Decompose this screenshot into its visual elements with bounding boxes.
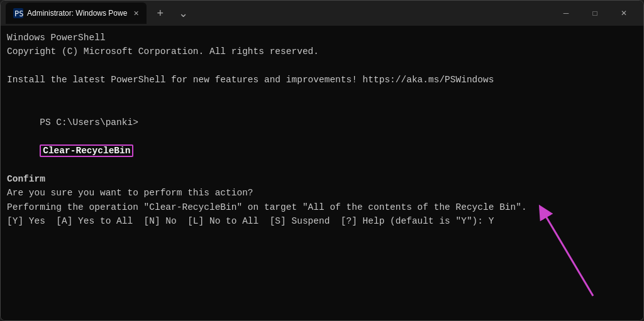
- terminal-command: Clear-RecycleBin: [40, 144, 133, 157]
- powershell-icon: PS: [13, 8, 23, 18]
- terminal-line-1: Windows PowerShell: [7, 31, 637, 45]
- terminal-confirm-question: Are you sure you want to perform this ac…: [7, 186, 637, 200]
- minimize-button[interactable]: ─: [552, 1, 580, 26]
- titlebar-left: PS Administrator: Windows Powe ✕ + ⌄: [6, 3, 552, 24]
- tab-dropdown-button[interactable]: ⌄: [174, 6, 193, 20]
- terminal-line-5: [7, 87, 637, 101]
- titlebar-controls: ─ □ ✕: [552, 1, 638, 26]
- tab-close-button[interactable]: ✕: [133, 9, 139, 18]
- terminal-confirm-header: Confirm: [7, 172, 637, 186]
- terminal-content[interactable]: Windows PowerShell Copyright (C) Microso…: [1, 26, 643, 320]
- terminal-line-4: Install the latest PowerShell for new fe…: [7, 73, 637, 87]
- terminal-confirm-detail: Performing the operation "Clear-RecycleB…: [7, 200, 637, 214]
- terminal-prompt: PS C:\Users\panki>: [40, 117, 138, 128]
- close-button[interactable]: ✕: [609, 1, 638, 26]
- tab-title: Administrator: Windows Powe: [27, 9, 127, 18]
- terminal-confirm-options: [Y] Yes [A] Yes to All [N] No [L] No to …: [7, 214, 637, 228]
- titlebar: PS Administrator: Windows Powe ✕ + ⌄ ─ □…: [1, 1, 643, 26]
- svg-text:PS: PS: [14, 9, 23, 18]
- window: PS Administrator: Windows Powe ✕ + ⌄ ─ □…: [0, 0, 644, 321]
- new-tab-button[interactable]: +: [152, 7, 169, 20]
- terminal-command-line: PS C:\Users\panki> Clear-RecycleBin: [7, 101, 637, 171]
- tab-powershell[interactable]: PS Administrator: Windows Powe ✕: [6, 3, 147, 24]
- maximize-button[interactable]: □: [580, 1, 609, 26]
- terminal-line-3: [7, 59, 637, 73]
- terminal-line-2: Copyright (C) Microsoft Corporation. All…: [7, 45, 637, 58]
